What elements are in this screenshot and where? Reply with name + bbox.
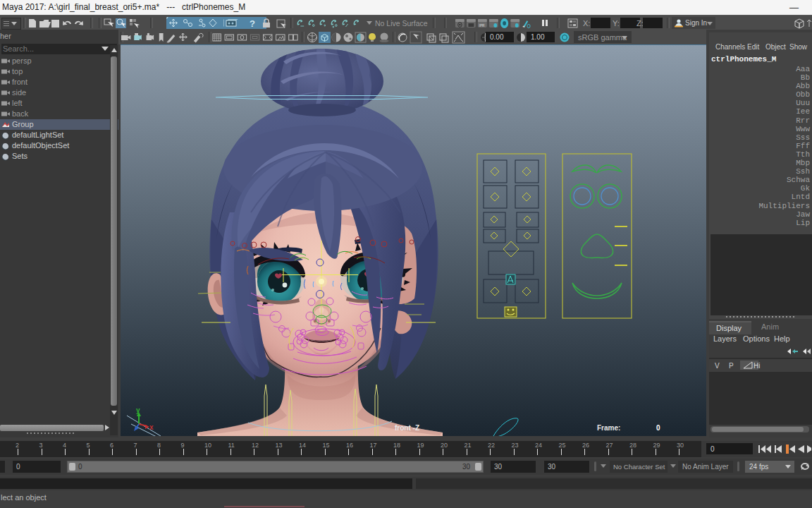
svg-text:y: y (136, 406, 140, 414)
svg-text:x: x (149, 423, 154, 431)
svg-text:?: ? (250, 18, 255, 29)
svg-text:IPR: IPR (479, 23, 485, 28)
